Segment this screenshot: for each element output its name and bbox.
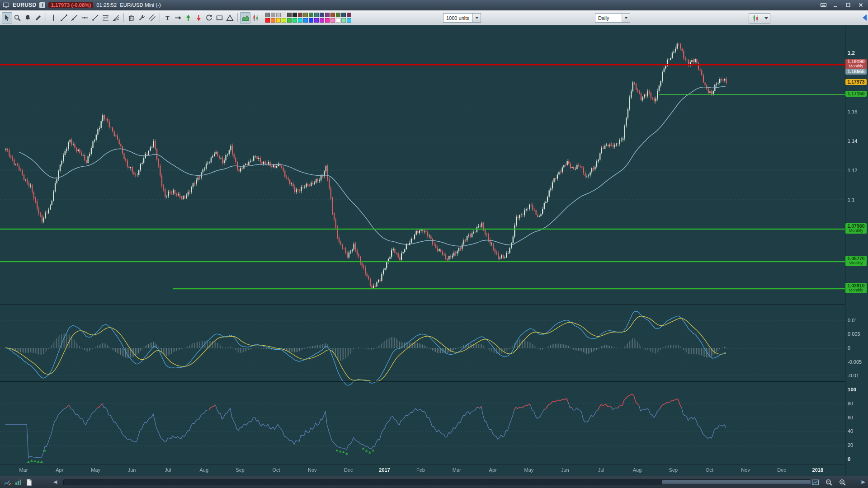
timeframe-dropdown[interactable]: Daily <box>595 13 630 23</box>
chart-edit-icon[interactable] <box>4 479 11 488</box>
color-swatch[interactable] <box>271 18 275 23</box>
measure-tool-icon <box>91 14 99 22</box>
color-swatch[interactable] <box>325 13 330 17</box>
horizontal-line-tool[interactable] <box>80 12 90 23</box>
color-swatch[interactable] <box>287 18 292 23</box>
arrow-tool[interactable] <box>173 12 183 23</box>
zoom-tool[interactable] <box>12 12 23 23</box>
color-swatch[interactable] <box>265 18 270 23</box>
price-tag[interactable]: 1.05770Weekly <box>845 256 867 266</box>
chart-options-caret[interactable] <box>762 14 770 23</box>
color-swatch[interactable] <box>336 18 340 23</box>
price-tag[interactable]: 1.03910Monthly <box>845 283 867 293</box>
price-tag[interactable]: 1.17973 <box>845 79 867 85</box>
color-swatch[interactable] <box>347 13 351 17</box>
color-swatch[interactable] <box>314 18 319 23</box>
vertical-line-tool[interactable] <box>48 12 59 23</box>
session-time: 01:25:52 <box>96 2 117 8</box>
undo-tool-icon <box>205 14 213 22</box>
sell-arrow-tool[interactable] <box>193 12 204 23</box>
pencil-tool[interactable] <box>33 12 43 23</box>
candle-chart-type-icon <box>252 14 259 22</box>
color-swatch[interactable] <box>347 18 351 23</box>
scroll-right-button[interactable]: ▶ <box>862 479 865 485</box>
window-titlebar[interactable]: EURUSD i 1.17973 (-0.08%) 01:25:52 EUR/U… <box>0 0 868 10</box>
alert-tool[interactable] <box>23 12 33 23</box>
color-swatch[interactable] <box>298 13 302 17</box>
alert-tool-icon <box>24 14 32 22</box>
chart-overview-icon[interactable] <box>811 479 819 488</box>
area-chart-type[interactable] <box>240 12 250 23</box>
color-swatch[interactable] <box>298 18 302 23</box>
status-bar: ◀ ▶ <box>0 476 868 488</box>
channel-tool[interactable] <box>147 12 157 23</box>
color-swatch[interactable] <box>282 13 286 17</box>
collapse-panel-arrow[interactable] <box>863 14 867 21</box>
color-swatch[interactable] <box>330 13 335 17</box>
fib-fan-tool[interactable] <box>111 12 121 23</box>
color-swatch[interactable] <box>271 13 275 17</box>
price-tag[interactable]: 1.17150 <box>845 91 867 97</box>
zoom-in-icon[interactable] <box>839 479 846 488</box>
minimize-button[interactable] <box>830 1 840 9</box>
scrollbar-thumb[interactable] <box>662 480 811 484</box>
scroll-left-button[interactable]: ◀ <box>53 479 57 485</box>
units-caret[interactable] <box>472 14 481 22</box>
color-swatch[interactable] <box>276 13 281 17</box>
trendline-tool[interactable] <box>59 12 69 23</box>
document-icon[interactable] <box>25 479 33 488</box>
color-swatch[interactable] <box>309 13 313 17</box>
bar-chart-icon[interactable] <box>14 479 22 488</box>
color-swatch[interactable] <box>292 13 297 17</box>
chart-canvas[interactable] <box>0 25 868 476</box>
chart-options-button[interactable] <box>749 13 770 23</box>
keyboard-icon[interactable] <box>820 1 827 9</box>
color-swatch[interactable] <box>330 18 335 23</box>
delete-tool-icon <box>127 14 135 22</box>
fibonacci-tool[interactable] <box>100 12 111 23</box>
color-swatch[interactable] <box>292 18 297 23</box>
color-swatch[interactable] <box>314 13 319 17</box>
color-swatch[interactable] <box>336 13 340 17</box>
timeframe-caret[interactable] <box>622 14 630 22</box>
units-value: 1000 units <box>443 15 472 21</box>
zoom-out-icon[interactable] <box>825 479 833 488</box>
color-swatch[interactable] <box>320 13 324 17</box>
color-swatch[interactable] <box>309 18 313 23</box>
info-icon[interactable]: i <box>39 2 45 8</box>
price-tag[interactable]: 1.19190Monthly <box>845 59 867 69</box>
color-swatch[interactable] <box>320 18 324 23</box>
measure-tool[interactable] <box>90 12 100 23</box>
trendline-tool-icon <box>60 14 68 22</box>
color-swatch[interactable] <box>287 13 292 17</box>
candle-chart-type[interactable] <box>250 12 261 23</box>
delete-tool[interactable] <box>126 12 137 23</box>
ray-tool[interactable] <box>69 12 80 23</box>
text-tool[interactable]: T <box>162 12 173 23</box>
color-swatch[interactable] <box>265 13 270 17</box>
chart-scrollbar[interactable] <box>63 479 810 485</box>
color-swatch[interactable] <box>341 13 346 17</box>
undo-tool[interactable] <box>204 12 214 23</box>
price-tag[interactable]: 1.18665 <box>845 69 867 75</box>
color-swatch[interactable] <box>282 18 286 23</box>
rectangle-tool[interactable] <box>214 12 225 23</box>
triangle-tool[interactable] <box>225 12 235 23</box>
area-chart-type-icon <box>241 14 249 22</box>
color-swatch[interactable] <box>341 18 346 23</box>
cursor-tool[interactable] <box>2 12 12 23</box>
close-button[interactable] <box>856 1 865 9</box>
color-swatch[interactable] <box>303 18 308 23</box>
color-swatch[interactable] <box>325 18 330 23</box>
color-swatch[interactable] <box>303 13 308 17</box>
buy-arrow-tool[interactable] <box>183 12 193 23</box>
triangle-tool-icon <box>226 14 234 22</box>
maximize-button[interactable] <box>843 1 853 9</box>
toolbar-separator <box>123 13 124 22</box>
units-dropdown[interactable]: 1000 units <box>443 13 481 23</box>
settings-tool[interactable] <box>137 12 147 23</box>
color-swatch[interactable] <box>276 18 281 23</box>
price-tag[interactable]: 1.07980Monthly <box>845 223 867 234</box>
fibonacci-tool-icon <box>102 14 109 22</box>
channel-tool-icon <box>148 14 156 22</box>
